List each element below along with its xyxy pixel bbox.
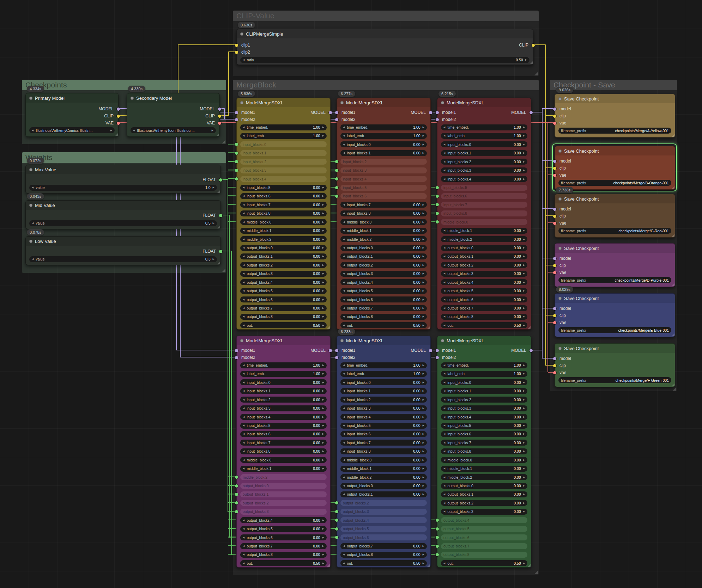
right-arrow-icon[interactable]: ▶: [523, 264, 525, 267]
widget-filename-prefix[interactable]: filename_prefixcheckpoints/Merge/C-Red-0…: [558, 228, 671, 234]
widget-middle-block-1[interactable]: ◀middle_block.10.00▶: [240, 466, 327, 472]
left-arrow-icon[interactable]: ◀: [32, 222, 34, 225]
widget-ratio[interactable]: ◀ratio0.50▶: [240, 57, 529, 63]
right-arrow-icon[interactable]: ▶: [523, 298, 525, 301]
widget-input-blocks-3[interactable]: input_blocks.3: [340, 167, 427, 173]
right-arrow-icon[interactable]: ▶: [523, 143, 525, 146]
widget-input-blocks-6[interactable]: ◀input_blocks.60.00▶: [340, 431, 427, 437]
node-status-dot[interactable]: [558, 297, 562, 300]
clip1-input-dot[interactable]: [235, 44, 238, 47]
model2-input-dot[interactable]: [235, 356, 238, 359]
output-blocks-4-input-dot[interactable]: [436, 519, 439, 522]
widget-input-blocks-4[interactable]: ◀input_blocks.40.00▶: [340, 414, 427, 420]
right-arrow-icon[interactable]: ▶: [322, 298, 324, 301]
widget-output-blocks-6[interactable]: ◀output_blocks.60.00▶: [240, 296, 327, 302]
widget-output-blocks-1[interactable]: ◀output_blocks.10.00▶: [340, 491, 427, 497]
widget-output-blocks-7[interactable]: ◀output_blocks.70.00▶: [240, 543, 327, 549]
widget-middle-block-0[interactable]: middle_block.0: [441, 219, 527, 225]
widget-middle-block-2[interactable]: ◀middle_block.20.00▶: [441, 236, 527, 242]
widget-input-blocks-0[interactable]: ◀input_blocks.00.00▶: [340, 141, 427, 147]
left-arrow-icon[interactable]: ◀: [343, 238, 345, 241]
clip-input-dot[interactable]: [553, 364, 556, 367]
right-arrow-icon[interactable]: ▶: [423, 203, 424, 206]
right-arrow-icon[interactable]: ▶: [322, 255, 324, 258]
right-arrow-icon[interactable]: ▶: [523, 562, 525, 565]
clip-input-dot[interactable]: [553, 115, 556, 118]
left-arrow-icon[interactable]: ◀: [243, 281, 244, 284]
left-arrow-icon[interactable]: ◀: [443, 238, 445, 241]
widget-value[interactable]: ◀value1.0▶: [29, 185, 217, 191]
left-arrow-icon[interactable]: ◀: [443, 307, 445, 310]
right-arrow-icon[interactable]: ▶: [423, 390, 424, 392]
left-arrow-icon[interactable]: ◀: [243, 272, 244, 275]
left-arrow-icon[interactable]: ◀: [443, 152, 445, 154]
widget-output-blocks-7[interactable]: ◀output_blocks.70.00▶: [240, 305, 327, 311]
right-arrow-icon[interactable]: ▶: [523, 160, 525, 163]
left-arrow-icon[interactable]: ◀: [343, 390, 345, 392]
node-titlebar[interactable]: Max Value: [26, 165, 220, 174]
left-arrow-icon[interactable]: ◀: [443, 381, 445, 384]
widget-middle-block-0[interactable]: ◀middle_block.00.00▶: [340, 219, 427, 225]
right-arrow-icon[interactable]: ▶: [423, 424, 424, 427]
widget-middle-block-1[interactable]: ◀middle_block.10.00▶: [441, 228, 527, 234]
left-arrow-icon[interactable]: ◀: [32, 186, 34, 189]
right-arrow-icon[interactable]: ▶: [523, 255, 525, 258]
right-arrow-icon[interactable]: ▶: [322, 238, 324, 241]
widget-middle-block-2[interactable]: middle_block.2: [240, 474, 327, 480]
right-arrow-icon[interactable]: ▶: [523, 502, 525, 504]
node-titlebar[interactable]: Secondary Model: [127, 93, 219, 103]
right-arrow-icon[interactable]: ▶: [110, 129, 112, 132]
left-arrow-icon[interactable]: ◀: [343, 416, 345, 418]
input-blocks-2-input-dot[interactable]: [235, 160, 238, 163]
output-blocks-2-input-dot[interactable]: [335, 501, 338, 504]
left-arrow-icon[interactable]: ◀: [243, 441, 244, 444]
left-arrow-icon[interactable]: ◀: [443, 433, 445, 435]
left-arrow-icon[interactable]: ◀: [443, 255, 445, 258]
model1-input-dot[interactable]: [335, 349, 338, 352]
left-arrow-icon[interactable]: ◀: [343, 212, 345, 215]
widget-output-blocks-6[interactable]: ◀output_blocks.60.00▶: [240, 534, 327, 540]
widget-input-blocks-0[interactable]: ◀input_blocks.00.00▶: [441, 379, 527, 385]
right-arrow-icon[interactable]: ▶: [423, 450, 424, 453]
left-arrow-icon[interactable]: ◀: [133, 129, 135, 132]
clip-output-dot[interactable]: [532, 44, 535, 47]
widget-output-blocks-8[interactable]: ◀output_blocks.80.00▶: [340, 552, 427, 558]
widget-output-blocks-8[interactable]: ◀output_blocks.80.00▶: [240, 314, 327, 320]
widget-out[interactable]: ◀out.0.50▶: [240, 560, 327, 566]
model-input-dot[interactable]: [553, 257, 556, 260]
widget-middle-block-2[interactable]: ◀middle_block.20.00▶: [340, 236, 427, 242]
right-arrow-icon[interactable]: ▶: [322, 424, 324, 427]
widget-output-blocks-1[interactable]: ◀output_blocks.10.00▶: [340, 253, 427, 259]
output-blocks-4-input-dot[interactable]: [335, 519, 338, 522]
left-arrow-icon[interactable]: ◀: [443, 562, 445, 565]
widget-middle-block-1[interactable]: ◀middle_block.10.00▶: [240, 228, 327, 234]
node-titlebar[interactable]: Mid Value: [26, 201, 220, 210]
left-arrow-icon[interactable]: ◀: [443, 493, 445, 496]
left-arrow-icon[interactable]: ◀: [343, 484, 345, 487]
left-arrow-icon[interactable]: ◀: [443, 398, 445, 401]
right-arrow-icon[interactable]: ▶: [523, 272, 525, 275]
model-output-dot[interactable]: [329, 111, 332, 114]
left-arrow-icon[interactable]: ◀: [243, 398, 244, 401]
widget-output-blocks-1[interactable]: output_blocks.1: [240, 491, 327, 497]
node-status-dot[interactable]: [340, 101, 344, 104]
left-arrow-icon[interactable]: ◀: [243, 424, 244, 427]
right-arrow-icon[interactable]: ▶: [322, 264, 324, 267]
left-arrow-icon[interactable]: ◀: [243, 315, 244, 318]
left-arrow-icon[interactable]: ◀: [443, 502, 445, 504]
node-resize-handle[interactable]: [427, 326, 430, 329]
widget-output-blocks-1[interactable]: ◀output_blocks.10.00▶: [441, 253, 527, 259]
left-arrow-icon[interactable]: ◀: [443, 169, 445, 172]
widget-output-blocks-0[interactable]: ◀output_blocks.00.00▶: [340, 245, 427, 251]
widget-input-blocks-4[interactable]: ◀input_blocks.40.00▶: [240, 414, 327, 420]
left-arrow-icon[interactable]: ◀: [443, 484, 445, 487]
right-arrow-icon[interactable]: ▶: [322, 307, 324, 310]
clip-input-dot[interactable]: [553, 314, 556, 317]
left-arrow-icon[interactable]: ◀: [443, 281, 445, 284]
right-arrow-icon[interactable]: ▶: [322, 398, 324, 401]
float-output-dot[interactable]: [219, 214, 222, 217]
output-blocks-6-input-dot[interactable]: [436, 536, 439, 539]
left-arrow-icon[interactable]: ◀: [243, 203, 244, 206]
widget-output-blocks-0[interactable]: ◀output_blocks.00.00▶: [441, 483, 527, 489]
widget-output-blocks-6[interactable]: output_blocks.6: [340, 534, 427, 540]
